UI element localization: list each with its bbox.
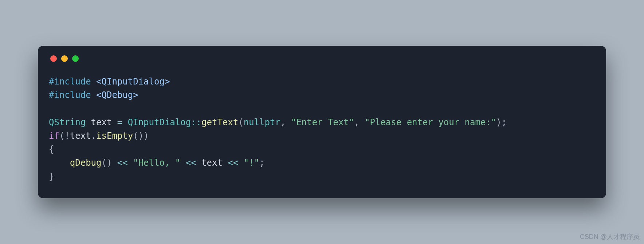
code-token	[196, 158, 201, 168]
code-token: <<	[117, 158, 128, 168]
code-token: qDebug	[70, 158, 102, 168]
code-token: ,	[280, 117, 291, 127]
code-token: nullptr	[244, 117, 280, 127]
code-token: "Hello, "	[133, 158, 180, 168]
code-token: #include	[49, 76, 91, 87]
code-token	[122, 117, 127, 127]
code-token: QInputDialog	[128, 117, 191, 127]
traffic-lights	[50, 55, 595, 62]
code-token	[238, 158, 243, 168]
code-token: =	[117, 117, 122, 127]
code-token: <<	[228, 158, 238, 168]
code-token	[91, 90, 96, 100]
code-token: "Enter Text"	[291, 117, 354, 127]
code-token: (!	[59, 131, 70, 141]
code-token: ::	[191, 117, 201, 127]
code-token: {	[49, 144, 54, 154]
code-token: #include	[49, 90, 91, 100]
code-token	[223, 158, 228, 168]
code-block: #include <QInputDialog> #include <QDebug…	[49, 75, 595, 184]
code-token: ,	[354, 117, 365, 127]
code-token: ()	[102, 158, 117, 168]
code-token: "!"	[244, 158, 259, 168]
code-token	[180, 158, 185, 168]
code-token: (	[238, 117, 243, 127]
traffic-light-zoom-icon[interactable]	[72, 55, 79, 62]
code-token: "Please enter your name:"	[365, 117, 496, 127]
code-token: text	[201, 158, 223, 168]
code-token: .	[91, 131, 96, 141]
traffic-light-minimize-icon[interactable]	[61, 55, 68, 62]
code-token: if	[49, 131, 59, 141]
code-window: #include <QInputDialog> #include <QDebug…	[38, 46, 606, 198]
code-token: }	[49, 172, 54, 182]
code-token	[49, 158, 70, 168]
code-token: ())	[133, 131, 149, 141]
code-token: );	[496, 117, 507, 127]
code-token	[112, 117, 117, 127]
code-token: QString	[49, 117, 86, 127]
code-token: ;	[259, 158, 264, 168]
code-token: <QDebug>	[96, 90, 138, 100]
code-token: text	[91, 117, 112, 127]
code-token: isEmpty	[96, 131, 133, 141]
traffic-light-close-icon[interactable]	[50, 55, 57, 62]
code-token	[128, 158, 133, 168]
code-token	[86, 117, 91, 127]
code-token: getText	[201, 117, 238, 127]
watermark-text: CSDN @人才程序员	[580, 232, 640, 241]
code-token: text	[70, 131, 91, 141]
code-token: <<	[186, 158, 196, 168]
code-token: <QInputDialog>	[96, 76, 170, 87]
code-token	[91, 76, 96, 87]
